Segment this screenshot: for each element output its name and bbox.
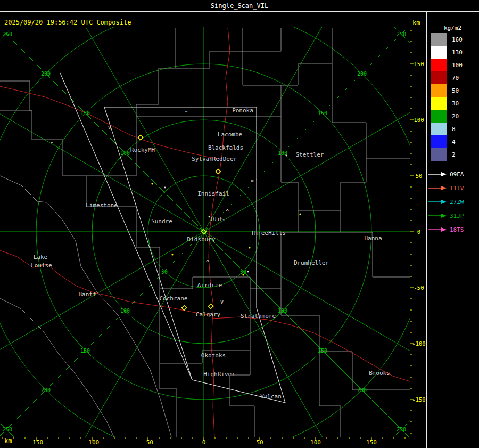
range-distance-label: 100 bbox=[278, 308, 287, 314]
municipal-boundary bbox=[281, 28, 332, 85]
radar-site-marker[interactable] bbox=[208, 304, 213, 308]
colorbar-value: 20 bbox=[452, 113, 459, 120]
city-label: Lacombe bbox=[218, 131, 242, 138]
right-axis-label: 0 bbox=[417, 229, 420, 235]
bottom-axis-label: 150 bbox=[366, 439, 377, 446]
spot-marker bbox=[299, 213, 301, 215]
colorbar-level: 8 bbox=[431, 123, 463, 135]
station-dot bbox=[247, 271, 249, 273]
radar-arrow-icon bbox=[428, 213, 447, 219]
city-label: Cochrane bbox=[160, 295, 188, 302]
municipal-boundary bbox=[0, 298, 114, 437]
legend-panel: kg/m2 16013010070503020842 09EA111V27ZW3… bbox=[426, 12, 479, 448]
station-marker: * bbox=[251, 179, 254, 185]
range-distance-label: 200 bbox=[357, 71, 367, 77]
radar-id-label: 18TS bbox=[450, 226, 464, 233]
colorbar-level: 20 bbox=[431, 110, 463, 123]
colorbar-swatch bbox=[431, 123, 447, 135]
radar-legend-row[interactable]: 18TS bbox=[428, 223, 464, 237]
municipal-boundary bbox=[332, 64, 410, 159]
range-distance-label: 100 bbox=[120, 308, 130, 314]
colorbar-value: 100 bbox=[452, 62, 463, 69]
radar-site-marker[interactable] bbox=[181, 305, 186, 310]
radar-arrow-icon bbox=[428, 171, 447, 177]
right-axis-label: -150 bbox=[412, 396, 425, 403]
colorbar-value: 8 bbox=[452, 126, 456, 133]
radar-arrow-icon bbox=[428, 185, 447, 191]
city-label: Vulcan bbox=[260, 393, 282, 400]
azimuth-spoke bbox=[204, 232, 369, 448]
city-label: Didsbury bbox=[187, 236, 216, 243]
right-axis-label: 150 bbox=[414, 61, 424, 67]
city-label: Hanna bbox=[364, 235, 382, 242]
colorbar-swatch bbox=[431, 84, 447, 97]
city-label: Drumheller bbox=[294, 259, 329, 266]
radar-id-label: 111V bbox=[450, 185, 464, 192]
bottom-axis-label: -50 bbox=[143, 439, 153, 446]
range-distance-label: 250 bbox=[397, 427, 406, 433]
range-distance-label: 200 bbox=[41, 387, 51, 393]
city-label: ThreeHills bbox=[251, 230, 286, 237]
spot-marker bbox=[249, 247, 250, 248]
station-dot bbox=[286, 155, 287, 157]
station-marker: v bbox=[108, 125, 111, 131]
radar-legend-row[interactable]: 111V bbox=[428, 181, 464, 195]
colorbar-unit-label: kg/m2 bbox=[444, 25, 461, 31]
municipal-boundary bbox=[0, 176, 47, 202]
city-label: Stettler bbox=[296, 151, 324, 158]
range-distance-label: 150 bbox=[80, 348, 90, 354]
radar-id-label: 31JP bbox=[450, 213, 464, 219]
station-marker: ^ bbox=[206, 259, 209, 265]
colorbar-level: 100 bbox=[431, 59, 463, 71]
colorbar-value: 70 bbox=[452, 75, 459, 82]
colorbar-swatch bbox=[431, 59, 447, 71]
municipal-boundary bbox=[243, 28, 281, 51]
radar-viewer-window: Single_Scan_VIL 2025/09/20 19:56:42 UTC … bbox=[0, 0, 479, 448]
city-label: Olds bbox=[211, 216, 225, 223]
city-label: Calgary bbox=[196, 311, 221, 318]
colorbar-value: 50 bbox=[452, 87, 459, 94]
range-distance-label: 250 bbox=[397, 31, 406, 37]
municipal-boundary bbox=[298, 211, 341, 232]
city-label: HighRiver bbox=[203, 371, 235, 378]
city-label: Okotoks bbox=[201, 352, 226, 359]
colorbar-swatch bbox=[431, 33, 447, 46]
colorbar-level: 30 bbox=[431, 97, 463, 110]
radar-map-canvas[interactable]: 5050100100100100150150150150200200200200… bbox=[0, 0, 479, 448]
radar-legend-row[interactable]: 09EA bbox=[428, 167, 464, 181]
bottom-axis-label: -100 bbox=[85, 439, 100, 446]
city-label: Airdrie bbox=[197, 282, 222, 289]
range-distance-label: 200 bbox=[41, 71, 51, 77]
station-marker: ^ bbox=[50, 141, 53, 147]
radar-arrow-icon bbox=[428, 199, 447, 205]
range-distance-label: 50 bbox=[240, 269, 246, 275]
radar-id-legend: 09EA111V27ZW31JP18TS bbox=[428, 167, 464, 237]
city-label: Innisfail bbox=[197, 190, 229, 197]
range-distance-label: 150 bbox=[318, 348, 327, 354]
bottom-axis-label: 50 bbox=[256, 439, 263, 446]
station-marker: ^ bbox=[185, 110, 188, 116]
municipal-boundary bbox=[176, 28, 243, 68]
colorbar-level: 130 bbox=[431, 46, 463, 59]
colorbar-level: 50 bbox=[431, 84, 463, 97]
range-distance-label: 150 bbox=[80, 110, 90, 116]
bottom-axis-label: 100 bbox=[310, 439, 321, 446]
spot-marker bbox=[242, 274, 244, 275]
colorbar-swatch bbox=[431, 71, 447, 84]
map-layer[interactable]: 5050100100100100150150150150200200200200… bbox=[0, 0, 479, 448]
range-distance-label: 200 bbox=[357, 387, 367, 393]
city-label: Louise bbox=[31, 262, 52, 269]
bottom-axis-label: 0 bbox=[202, 439, 206, 446]
right-axis-label: 50 bbox=[416, 173, 423, 179]
colorbar-swatch bbox=[431, 148, 447, 161]
station-dot bbox=[209, 216, 210, 218]
municipal-boundary bbox=[319, 352, 341, 437]
range-distance-label: 50 bbox=[161, 269, 168, 275]
azimuth-spoke bbox=[0, 232, 204, 397]
radar-legend-row[interactable]: 27ZW bbox=[428, 195, 464, 209]
right-axis-label: 100 bbox=[414, 117, 424, 123]
radar-legend-row[interactable]: 31JP bbox=[428, 209, 464, 223]
highway-line bbox=[0, 86, 221, 159]
colorbar-value: 30 bbox=[452, 100, 459, 107]
municipal-boundary bbox=[243, 51, 281, 116]
